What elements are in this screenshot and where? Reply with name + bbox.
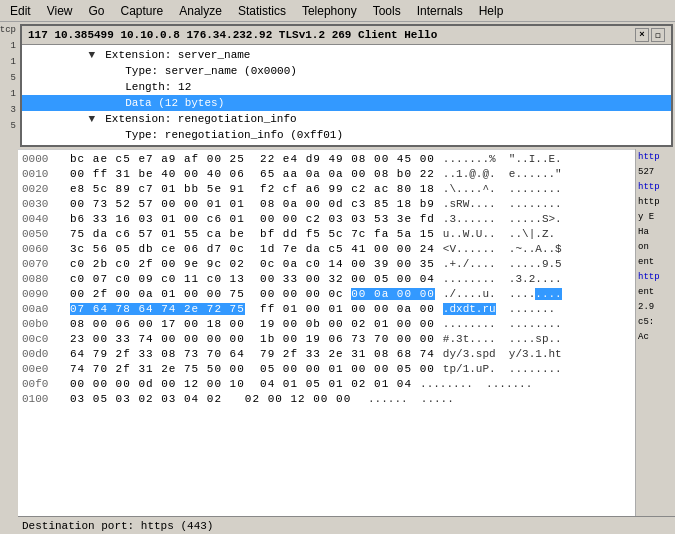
right-label-http4: http	[636, 269, 675, 284]
main-area: tcp 1 1 5 1 3 5 117 10.385499 10.10.0.8 …	[0, 22, 675, 534]
right-labels-panel: http 527 http http y E Ha on ent http en…	[635, 149, 675, 516]
right-label-on: on	[636, 239, 675, 254]
hex-row-00f0: 00f0 00 00 00 0d 00 12 00 10 04 01 05 01…	[22, 377, 631, 392]
hex-row-0000: 0000 bc ae c5 e7 a9 af 00 25 22 e4 d9 49…	[22, 152, 631, 167]
menu-analyze[interactable]: Analyze	[171, 2, 230, 20]
hex-dump[interactable]: 0000 bc ae c5 e7 a9 af 00 25 22 e4 d9 49…	[18, 149, 635, 516]
panel-close-button[interactable]: ×	[635, 28, 649, 42]
right-label-http2: http	[636, 179, 675, 194]
tree-label-renegotiation: Extension: renegotiation_info	[105, 113, 296, 125]
tree-row-data[interactable]: Data (12 bytes)	[22, 95, 671, 111]
menu-edit[interactable]: Edit	[2, 2, 39, 20]
right-label-http3: http	[636, 194, 675, 209]
panel-title-bar: 117 10.385499 10.10.0.8 176.34.232.92 TL…	[22, 26, 671, 45]
menu-capture[interactable]: Capture	[113, 2, 172, 20]
hex-row-0020: 0020 e8 5c 89 c7 01 bb 5e 91 f2 cf a6 99…	[22, 182, 631, 197]
triangle-spacer2	[109, 79, 119, 95]
panel-title: 117 10.385499 10.10.0.8 176.34.232.92 TL…	[28, 29, 437, 41]
menu-go[interactable]: Go	[80, 2, 112, 20]
tree-row-type-server-name[interactable]: Type: server_name (0x0000)	[22, 63, 671, 79]
left-label-3: 3	[11, 102, 16, 118]
tree-row-extension-server-name[interactable]: ▼ Extension: server_name	[22, 47, 671, 63]
tree-label-server-name: Extension: server_name	[105, 49, 250, 61]
tree-row-type-reneg[interactable]: Type: renegotiation_info (0xff01)	[22, 127, 671, 143]
menu-telephony[interactable]: Telephony	[294, 2, 365, 20]
triangle-spacer3	[109, 95, 119, 111]
tree-label-type-reneg: Type: renegotiation_info (0xff01)	[125, 129, 343, 141]
tree-label-data: Data (12 bytes)	[125, 97, 224, 109]
tree-row-renegotiation[interactable]: ▼ Extension: renegotiation_info	[22, 111, 671, 127]
hex-row-00a0: 00a0 07 64 78 64 74 2e 72 75 ff 01 00 01…	[22, 302, 631, 317]
menu-view[interactable]: View	[39, 2, 81, 20]
hex-row-0030: 0030 00 73 52 57 00 00 01 01 08 0a 00 0d…	[22, 197, 631, 212]
right-label-c5: c5:	[636, 314, 675, 329]
menu-help[interactable]: Help	[471, 2, 512, 20]
hex-row-0040: 0040 b6 33 16 03 01 00 c6 01 00 00 c2 03…	[22, 212, 631, 227]
triangle-reneg: ▼	[89, 111, 99, 127]
hex-row-00c0: 00c0 23 00 33 74 00 00 00 00 1b 00 19 06…	[22, 332, 631, 347]
right-label-527: 527	[636, 164, 675, 179]
hex-row-00e0: 00e0 74 70 2f 31 2e 75 50 00 05 00 00 01…	[22, 362, 631, 377]
status-text: Destination port: https (443)	[22, 520, 213, 532]
packet-tree: ▼ Extension: server_name Type: server_na…	[22, 45, 671, 145]
right-label-29: 2.9	[636, 299, 675, 314]
right-label-ent: ent	[636, 254, 675, 269]
panel-resize-button[interactable]: ◻	[651, 28, 665, 42]
tree-label-type-server-name: Type: server_name (0x0000)	[125, 65, 297, 77]
hex-row-00b0: 00b0 08 00 06 00 17 00 18 00 19 00 0b 00…	[22, 317, 631, 332]
right-label-ac: Ac	[636, 329, 675, 344]
tree-label-length: Length: 12	[125, 81, 191, 93]
right-label-ye: y E	[636, 209, 675, 224]
hex-row-0060: 0060 3c 56 05 db ce 06 d7 0c 1d 7e da c5…	[22, 242, 631, 257]
content-pane: 117 10.385499 10.10.0.8 176.34.232.92 TL…	[18, 22, 675, 534]
hex-row-0080: 0080 c0 07 c0 09 c0 11 c0 13 00 33 00 32…	[22, 272, 631, 287]
hex-row-0090: 0090 00 2f 00 0a 01 00 00 75 00 00 00 0c…	[22, 287, 631, 302]
left-label-tcp: tcp	[0, 22, 16, 38]
hex-row-0050: 0050 75 da c6 57 01 55 ca be bf dd f5 5c…	[22, 227, 631, 242]
menu-statistics[interactable]: Statistics	[230, 2, 294, 20]
hex-row-0010: 0010 00 ff 31 be 40 00 40 06 65 aa 0a 0a…	[22, 167, 631, 182]
left-sidebar: tcp 1 1 5 1 3 5	[0, 22, 18, 534]
menu-bar: Edit View Go Capture Analyze Statistics …	[0, 0, 675, 22]
left-label-1: 1	[11, 38, 16, 54]
right-label-ent2: ent	[636, 284, 675, 299]
triangle-spacer4	[109, 127, 119, 143]
hex-row-0100: 0100 03 05 03 02 03 04 02 02 00 12 00 00…	[22, 392, 631, 407]
hex-row-00d0: 00d0 64 79 2f 33 08 73 70 64 79 2f 33 2e…	[22, 347, 631, 362]
triangle-spacer	[109, 63, 119, 79]
menu-internals[interactable]: Internals	[409, 2, 471, 20]
left-label-5b: 5	[11, 118, 16, 134]
left-label-1b: 1	[11, 54, 16, 70]
status-bar: Destination port: https (443)	[18, 516, 675, 534]
left-label-5: 5	[11, 70, 16, 86]
hex-row-0070: 0070 c0 2b c0 2f 00 9e 9c 02 0c 0a c0 14…	[22, 257, 631, 272]
menu-tools[interactable]: Tools	[365, 2, 409, 20]
right-label-ha: Ha	[636, 224, 675, 239]
detail-panel: 117 10.385499 10.10.0.8 176.34.232.92 TL…	[20, 24, 673, 147]
tree-row-length[interactable]: Length: 12	[22, 79, 671, 95]
left-label-1c: 1	[11, 86, 16, 102]
right-label-http: http	[636, 149, 675, 164]
triangle-icon: ▼	[89, 47, 99, 63]
hex-area-wrapper: 0000 bc ae c5 e7 a9 af 00 25 22 e4 d9 49…	[18, 149, 675, 516]
